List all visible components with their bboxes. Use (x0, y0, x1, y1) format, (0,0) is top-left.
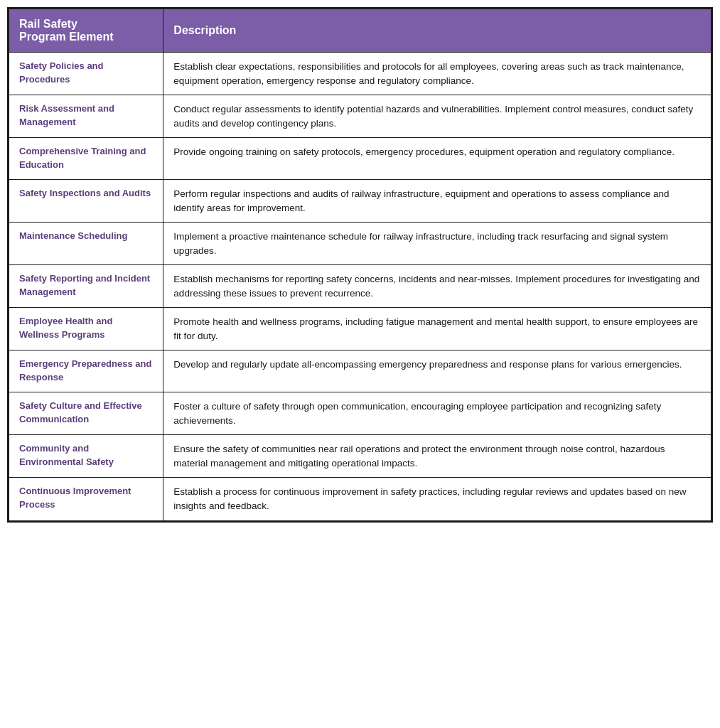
program-element-cell: Risk Assessment and Management (9, 95, 163, 138)
table-row: Maintenance SchedulingImplement a proact… (9, 223, 711, 265)
table-row: Safety Policies and ProceduresEstablish … (9, 53, 711, 95)
description-cell: Establish clear expectations, responsibi… (163, 53, 711, 95)
description-cell: Provide ongoing training on safety proto… (163, 138, 711, 180)
table-row: Emergency Preparedness and ResponseDevel… (9, 350, 711, 392)
program-element-cell: Comprehensive Training and Education (9, 138, 163, 180)
description-cell: Foster a culture of safety through open … (163, 392, 711, 435)
program-element-cell: Maintenance Scheduling (9, 223, 163, 265)
description-cell: Establish a process for continuous impro… (163, 478, 711, 520)
table-row: Safety Reporting and Incident Management… (9, 265, 711, 308)
table-row: Safety Inspections and AuditsPerform reg… (9, 179, 711, 222)
program-element-cell: Safety Policies and Procedures (9, 53, 163, 95)
table-row: Safety Culture and Effective Communicati… (9, 392, 711, 435)
description-cell: Implement a proactive maintenance schedu… (163, 223, 711, 265)
description-cell: Ensure the safety of communities near ra… (163, 435, 711, 478)
table-row: Community and Environmental SafetyEnsure… (9, 435, 711, 478)
description-cell: Promote health and wellness programs, in… (163, 308, 711, 350)
table-row: Continuous Improvement ProcessEstablish … (9, 478, 711, 520)
description-cell: Perform regular inspections and audits o… (163, 179, 711, 222)
program-element-cell: Safety Reporting and Incident Management (9, 265, 163, 308)
program-element-cell: Emergency Preparedness and Response (9, 350, 163, 392)
description-cell: Conduct regular assessments to identify … (163, 95, 711, 138)
description-cell: Develop and regularly update all-encompa… (163, 350, 711, 392)
description-cell: Establish mechanisms for reporting safet… (163, 265, 711, 308)
program-element-cell: Safety Inspections and Audits (9, 179, 163, 222)
table-row: Employee Health and Wellness ProgramsPro… (9, 308, 711, 350)
header-program-element: Rail SafetyProgram Element (9, 9, 163, 53)
table-row: Risk Assessment and ManagementConduct re… (9, 95, 711, 138)
program-element-cell: Employee Health and Wellness Programs (9, 308, 163, 350)
header-description: Description (163, 9, 711, 53)
program-element-cell: Safety Culture and Effective Communicati… (9, 392, 163, 435)
program-element-cell: Community and Environmental Safety (9, 435, 163, 478)
table-row: Comprehensive Training and EducationProv… (9, 138, 711, 180)
rail-safety-table: Rail SafetyProgram Element Description S… (7, 7, 713, 523)
program-element-cell: Continuous Improvement Process (9, 478, 163, 520)
